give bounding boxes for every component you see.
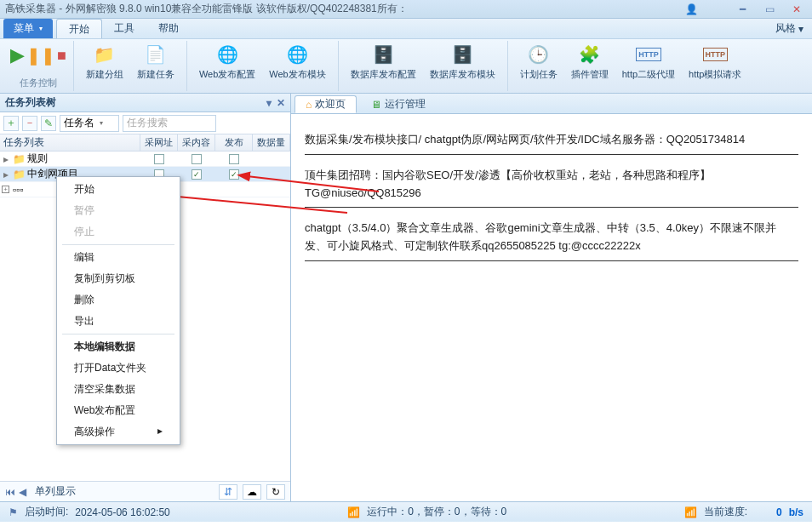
col-name[interactable]: 任务列表 [0,134,140,151]
checkbox[interactable] [229,154,239,164]
ctx-advanced[interactable]: 高级操作▸ [59,421,178,443]
ctx-local-edit[interactable]: 本地编辑数据 [59,336,178,357]
http-mock-icon: HTTP [703,43,727,66]
web-publish-config-button[interactable]: 🌐Web发布配置 [194,41,260,83]
col-publish[interactable]: 发布 [215,134,253,151]
task-table-header: 任务列表 采网址 采内容 发布 数据量 [0,134,290,152]
ctx-start[interactable]: 开始 [59,179,178,200]
expand-icon[interactable]: ▸ [0,169,12,180]
speed-value: 0 [776,506,782,518]
document-icon: 📄 [144,43,168,66]
ctx-edit[interactable]: 编辑 [59,247,178,268]
checkbox[interactable]: ✓ [229,169,239,180]
ctx-open-data[interactable]: 打开Data文件夹 [59,357,178,379]
refresh-icon[interactable]: ↻ [266,484,285,500]
new-task-button[interactable]: 📄新建任务 [132,41,180,83]
ctx-delete[interactable]: 删除 [59,289,178,311]
filter-select[interactable]: 任务名 [60,115,119,132]
content-line: 数据采集/发布模块接口/ chatgpt伪原/网站网页/软件开发/IDC域名服务… [305,131,798,149]
maximize-button[interactable]: ▭ [759,3,780,16]
content-pane: ⌂欢迎页 🖥运行管理 数据采集/发布模块接口/ chatgpt伪原/网站网页/软… [291,94,812,501]
expand-toggle-icon[interactable]: + [2,186,9,193]
folder-icon: 📁 [93,43,117,66]
tab-welcome[interactable]: ⌂欢迎页 [294,95,357,113]
web-publish-module-button[interactable]: 🌐Web发布模块 [264,41,330,83]
signal-icon: 📶 [684,506,697,518]
status-bar: ⚑ 启动时间: 2024-05-06 16:02:50 📶 运行中：0，暂停：0… [0,501,812,522]
http-mock-button[interactable]: HTTPhttp模拟请求 [683,41,746,83]
ribbon-label-task-control: 任务控制 [20,77,57,91]
ctx-export[interactable]: 导出 [59,311,178,332]
col-count[interactable]: 数据量 [253,134,290,151]
flag-icon: ⚑ [9,506,18,518]
ctx-stop: 停止 [59,221,178,243]
start-time-value: 2024-05-06 16:02:50 [75,506,169,518]
ctx-pause: 暂停 [59,200,178,221]
pane-dropdown-icon[interactable]: ▾ [266,97,272,109]
ribbon-group-misc: 🕒计划任务 🧩插件管理 HTTPhttp二级代理 HTTPhttp模拟请求 [508,41,754,91]
new-group-button[interactable]: 📁新建分组 [81,41,129,83]
style-menu[interactable]: 风格 ▾ [770,19,809,38]
task-tree-header: 任务列表树 ▾ ✕ [0,94,290,112]
close-button[interactable]: ✕ [786,3,807,16]
folder-row-icon: 📁 [12,169,26,180]
pane-close-icon[interactable]: ✕ [277,97,285,109]
folder-row-icon: 📁 [12,153,26,165]
col-url[interactable]: 采网址 [140,134,178,151]
checkbox[interactable] [154,154,164,164]
left-bottom-bar: ⏮ ◀ 单列显示 ⇵ ☁ ↻ [0,481,290,501]
app-title: 高铁采集器 - 外网解密狼 9.8.0 win10兼容全功能雷锋版 该软件版权/… [5,2,685,16]
task-tree-toolbar: ＋ － ✎ 任务名 任务搜索 [0,112,290,134]
monitor-icon: 🖥 [371,99,381,111]
checkbox[interactable] [192,154,202,164]
main-menu-button[interactable]: 菜单 [3,19,53,38]
ctx-web-config[interactable]: Web发布配置 [59,400,178,421]
plugin-icon: 🧩 [578,43,602,66]
menu-bar: 菜单 开始 工具 帮助 风格 ▾ [0,19,812,39]
cloud-icon[interactable]: ☁ [243,484,261,500]
speed-unit: b/s [789,506,803,518]
prev-icon[interactable]: ◀ [19,486,26,498]
table-row[interactable]: ▸ 📁 规则 [0,152,290,167]
title-bar: 高铁采集器 - 外网解密狼 9.8.0 win10兼容全功能雷锋版 该软件版权/… [0,0,812,19]
content-tabs: ⌂欢迎页 🖥运行管理 [291,94,812,114]
plan-task-button[interactable]: 🕒计划任务 [515,41,563,83]
add-button[interactable]: ＋ [3,116,19,131]
content-line: chatgpt（3.5/4.0）聚合文章生成器、谷歌gemini文章生成器、中转… [305,220,798,255]
first-icon[interactable]: ⏮ [5,486,15,498]
checkbox[interactable]: ✓ [192,169,202,180]
database-gear-icon: 🗄️ [371,43,395,66]
globe-gear-icon: 🌐 [215,43,239,66]
plugin-manager-button[interactable]: 🧩插件管理 [566,41,614,83]
remove-button[interactable]: － [22,116,37,131]
tab-tools[interactable]: 工具 [102,19,146,38]
edit-button[interactable]: ✎ [41,116,56,131]
play-icon[interactable]: ▶ [10,44,25,66]
tab-help[interactable]: 帮助 [146,19,191,38]
db-publish-config-button[interactable]: 🗄️数据库发布配置 [346,41,421,83]
stop-icon[interactable]: ■ [57,47,66,65]
user-icon[interactable]: 👤 [685,3,698,15]
content-line: 顶牛集团招聘：国内谷歌SEO/开发/渗透【高价收权重站，老站，各种思路和程序】T… [305,167,798,203]
col-content[interactable]: 采内容 [178,134,215,151]
clock-icon: 🕒 [527,43,551,66]
tree-view-icon[interactable]: ⇵ [219,484,237,500]
stats-icon: 📶 [347,506,360,518]
tab-run-manage[interactable]: 🖥运行管理 [360,95,437,113]
http-proxy-button[interactable]: HTTPhttp二级代理 [617,41,680,83]
db-publish-module-button[interactable]: 🗄️数据库发布模块 [425,41,500,83]
search-input[interactable]: 任务搜索 [123,115,216,132]
http-icon: HTTP [637,43,660,66]
home-icon: ⌂ [306,99,312,111]
context-menu: 开始 暂停 停止 编辑 复制到剪切板 删除 导出 本地编辑数据 打开Data文件… [56,176,180,445]
display-mode-label: 单列显示 [35,484,76,499]
minimize-button[interactable]: ━ [732,3,752,16]
pause-icon[interactable]: ❚❚ [26,45,55,66]
ctx-copy[interactable]: 复制到剪切板 [59,268,178,289]
tab-start[interactable]: 开始 [56,19,102,38]
ctx-clear-data[interactable]: 清空采集数据 [59,379,178,400]
expand-icon[interactable]: ▸ [0,153,12,165]
start-time-label: 启动时间: [25,505,68,519]
running-stats: 运行中：0，暂停：0，等待：0 [367,505,506,519]
ribbon-group-new: 📁新建分组 📄新建任务 [74,41,187,91]
